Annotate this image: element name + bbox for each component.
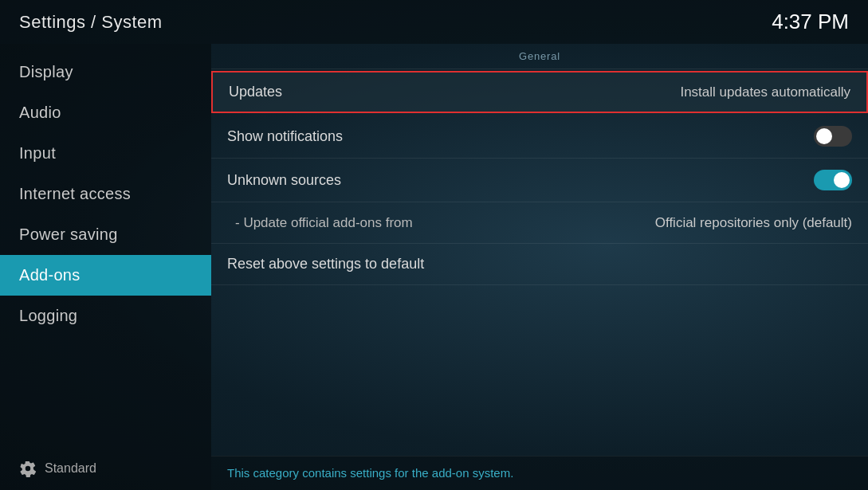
toggle-unknown-sources[interactable] [814,170,852,190]
gear-icon [19,460,37,477]
sidebar-footer: Standard [0,447,211,490]
sidebar-item-input[interactable]: Input [0,133,211,174]
content-main: General Updates Install updates automati… [211,44,868,456]
settings-row-update-official-addons[interactable]: - Update official add-ons from Official … [211,202,868,244]
page-title: Settings / System [19,12,163,33]
clock: 4:37 PM [772,10,849,34]
sidebar-item-logging[interactable]: Logging [0,296,211,336]
row-label-reset-settings: Reset above settings to default [227,256,424,272]
toggle-show-notifications[interactable] [814,126,852,147]
status-text: This category contains settings for the … [227,466,513,480]
row-label-updates: Updates [229,84,282,100]
sidebar-item-display[interactable]: Display [0,52,211,92]
settings-row-updates[interactable]: Updates Install updates automatically [211,71,868,113]
status-bar: This category contains settings for the … [211,456,868,490]
settings-row-reset-settings[interactable]: Reset above settings to default [211,244,868,285]
section-label: General [211,44,868,69]
settings-row-unknown-sources[interactable]: Unknown sources [211,159,868,202]
sidebar-item-audio[interactable]: Audio [0,92,211,133]
row-label-show-notifications: Show notifications [227,128,343,145]
sidebar-item-add-ons[interactable]: Add-ons [0,255,211,296]
settings-level-label: Standard [45,461,96,476]
content-area: General Updates Install updates automati… [211,44,868,490]
app-container: Settings / System 4:37 PM Display Audio … [0,0,868,490]
row-label-unknown-sources: Unknown sources [227,172,341,189]
main-layout: Display Audio Input Internet access Powe… [0,44,868,490]
row-value-update-addons: Official repositories only (default) [655,215,852,231]
sidebar: Display Audio Input Internet access Powe… [0,44,211,490]
row-value-updates: Install updates automatically [680,84,850,100]
sidebar-item-power-saving[interactable]: Power saving [0,214,211,255]
header: Settings / System 4:37 PM [0,0,868,44]
settings-row-show-notifications[interactable]: Show notifications [211,115,868,159]
sidebar-item-internet-access[interactable]: Internet access [0,174,211,214]
row-label-update-addons: - Update official add-ons from [227,215,413,231]
